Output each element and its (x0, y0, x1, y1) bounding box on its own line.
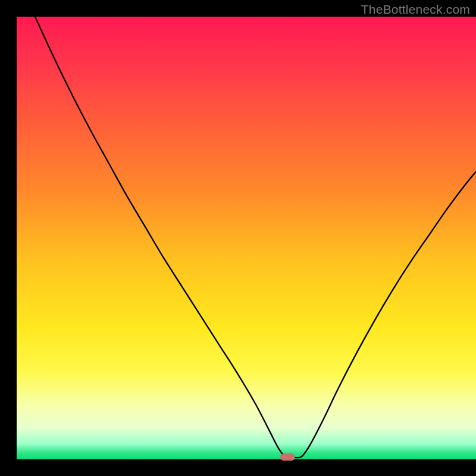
chart-frame: TheBottleneck.com (0, 0, 476, 476)
bottleneck-chart (0, 0, 476, 476)
plot-background (17, 17, 476, 459)
watermark-text: TheBottleneck.com (361, 2, 470, 17)
optimal-marker (280, 453, 295, 461)
